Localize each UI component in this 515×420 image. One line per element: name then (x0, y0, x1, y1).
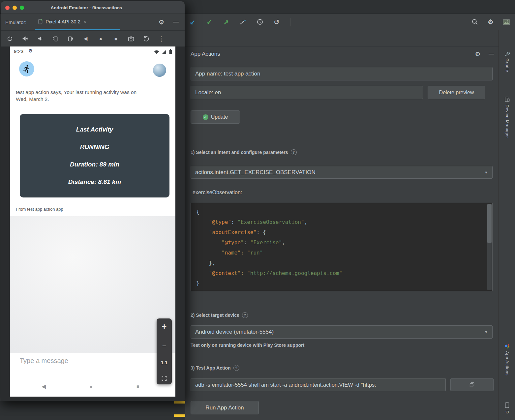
undo-icon[interactable]: ↺ (273, 18, 281, 26)
step2-text: 2) Select target device (191, 313, 239, 318)
chevron-down-icon: ▼ (484, 170, 488, 174)
window-title: Android Emulator - fitnessactions (27, 1, 146, 14)
locale-input[interactable]: Locale: en (191, 86, 423, 99)
device-manager-icon (504, 96, 510, 102)
nav-home-icon[interactable]: ● (90, 384, 93, 389)
back-icon[interactable]: ◀ (82, 35, 89, 43)
rail-label-app-actions: App Actions (505, 351, 510, 375)
assistant-icon (504, 344, 510, 349)
update-button[interactable]: ✓ Update (191, 110, 240, 124)
home-icon[interactable]: ● (97, 35, 105, 43)
nav-back-icon[interactable]: ◀ (42, 383, 46, 390)
panel-header: App Actions ⚙ — (185, 46, 499, 62)
editor-background-strip (0, 401, 185, 420)
nav-overview-icon[interactable]: ■ (136, 384, 139, 389)
settings-gear-icon[interactable]: ⚙ (487, 18, 495, 26)
activity-card: Last Activity RUNNING Duration: 89 min D… (20, 114, 169, 197)
tab-label: Pixel 4 API 30 2 (45, 19, 80, 24)
copy-command-button[interactable] (450, 378, 494, 391)
chat-wallpaper (10, 216, 175, 353)
parameter-label: exerciseObservation: (193, 190, 242, 195)
android-nav-bar: ◀ ● ■ (10, 376, 175, 397)
status-time: 9:23 (14, 48, 23, 54)
adb-command-input[interactable]: adb -s emulator-5554 shell am start -a a… (191, 378, 446, 391)
assistant-message: test app action says, Your last running … (16, 89, 138, 103)
device-dropdown[interactable]: Android device (emulator-5554) ▼ (191, 325, 493, 339)
rail-label-gradle: Gradle (505, 58, 510, 72)
power-icon[interactable] (6, 35, 14, 43)
rail-item-app-actions[interactable]: App Actions (499, 344, 515, 375)
attach-debugger-icon[interactable] (239, 18, 247, 26)
zoom-in-button[interactable]: + (162, 322, 167, 331)
zoom-ratio-button[interactable]: 1:1 (161, 360, 167, 365)
json-code: { "@type": "ExerciseObservation", "about… (196, 207, 492, 288)
panel-gear-icon[interactable]: ⚙ (475, 50, 480, 58)
signal-icon (162, 50, 167, 54)
fit-screen-icon[interactable] (162, 376, 167, 381)
zoom-out-button[interactable]: − (162, 342, 166, 350)
app-actions-panel: App Actions ⚙ — App name: test app actio… (185, 46, 499, 420)
rail-label-device-manager: Device Manager (505, 105, 510, 138)
emulator-titlebar[interactable]: Android Emulator - fitnessactions (1, 1, 185, 14)
json-parameter-editor[interactable]: { "@type": "ExerciseObservation", "about… (191, 203, 493, 291)
close-traffic-light[interactable] (5, 6, 10, 10)
card-duration: Duration: 89 min (20, 161, 169, 168)
runner-icon (22, 65, 31, 73)
step2-help-icon[interactable]: ? (242, 312, 248, 318)
rail-item-gradle[interactable]: Gradle (499, 51, 515, 72)
device-value: Android device (emulator-5554) (195, 329, 274, 335)
zoom-traffic-light[interactable] (20, 6, 24, 10)
tab-close-icon[interactable]: × (83, 19, 86, 24)
intent-dropdown[interactable]: actions.intent.GET_EXERCISE_OBSERVATION … (191, 166, 493, 179)
emulator-settings-gear-icon[interactable]: ⚙ (159, 18, 164, 26)
status-icons (154, 49, 172, 54)
emulator-label: Emulator: (5, 19, 26, 25)
overview-icon[interactable]: ■ (112, 35, 120, 43)
card-title: Last Activity (20, 126, 169, 133)
tool-window-rail: Gradle Device Manager App Actions D (499, 30, 515, 420)
step3-label: 3) Test App Action ? (191, 365, 239, 371)
snapshot-icon[interactable] (142, 35, 150, 43)
delete-preview-button[interactable]: Delete preview (428, 86, 485, 99)
user-avatar (153, 64, 166, 77)
minimize-traffic-light[interactable] (13, 6, 17, 10)
message-input[interactable]: Type a message (20, 357, 68, 365)
volume-up-icon[interactable] (21, 35, 29, 43)
panel-minimize-icon[interactable]: — (489, 51, 494, 57)
emulator-controls-toolbar: ◀ ● ■ ⋮ (1, 31, 185, 47)
update-check-icon: ✓ (203, 114, 208, 120)
rotate-right-icon[interactable] (67, 35, 74, 43)
app-name-input[interactable]: App name: test app action (191, 67, 493, 80)
run-app-action-button[interactable]: Run App Action (191, 401, 259, 414)
history-clock-icon[interactable] (256, 18, 264, 26)
gradle-elephant-icon (504, 51, 510, 56)
image-icon[interactable] (502, 18, 510, 26)
emulator-tab-bar: Emulator: Pixel 4 API 30 2 × ⚙ — (1, 14, 185, 31)
rotate-left-icon[interactable] (51, 35, 59, 43)
copy-icon (470, 382, 475, 387)
editor-scrollbar-thumb[interactable] (487, 204, 492, 243)
pull-changes-icon[interactable]: ↙ (189, 18, 197, 26)
tab-pixel4[interactable]: Pixel 4 API 30 2 × (35, 14, 120, 30)
rail-label-partial: D (505, 410, 510, 414)
volume-down-icon[interactable] (36, 35, 44, 43)
step3-text: 3) Test App Action (191, 365, 231, 371)
phone-screen: 9:23 ⚙ test app action says, Your last r… (10, 46, 175, 397)
warning-stripe (174, 401, 185, 404)
rail-item-device-manager[interactable]: Device Manager (499, 96, 515, 138)
push-changes-icon[interactable]: ↗ (222, 18, 230, 26)
step3-help-icon[interactable]: ? (233, 365, 239, 371)
assistant-bot-avatar (19, 61, 34, 76)
step1-label: 1) Select an intent and configure parame… (191, 149, 297, 155)
step1-help-icon[interactable]: ? (291, 149, 297, 155)
camera-icon[interactable] (127, 35, 135, 43)
card-distance: Distance: 8.61 km (20, 178, 169, 186)
emulator-hide-icon[interactable]: — (173, 19, 179, 25)
battery-icon (169, 49, 172, 54)
more-icon[interactable]: ⋮ (158, 35, 165, 43)
commit-check-icon[interactable]: ✓ (205, 18, 213, 26)
search-icon[interactable] (471, 18, 479, 26)
device-hint: Test only on running device with Play St… (191, 343, 304, 348)
rail-item-device-explorer[interactable]: D (499, 402, 515, 414)
card-activity: RUNNING (20, 143, 169, 151)
